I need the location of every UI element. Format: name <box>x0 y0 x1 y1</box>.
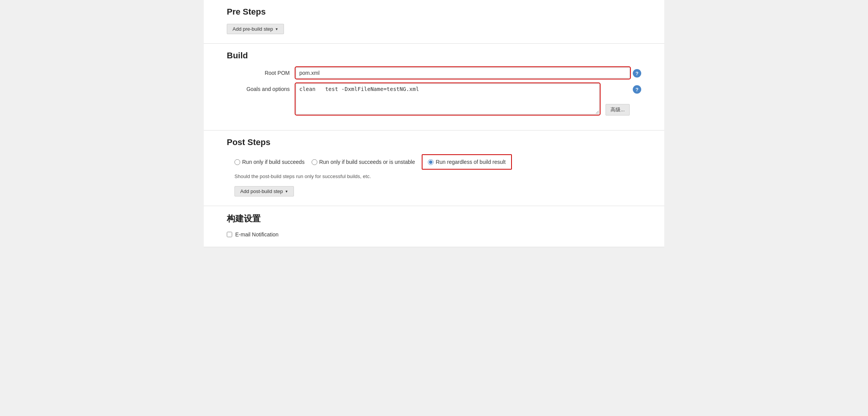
goals-help-icon[interactable]: ? <box>633 85 641 94</box>
post-steps-content: Run only if build succeeds Run only if b… <box>227 154 641 196</box>
post-steps-section: Post Steps Run only if build succeeds Ru… <box>204 130 664 206</box>
root-pom-row: Root POM ? <box>227 68 641 78</box>
build-settings-section: 构建设置 E-mail Notification <box>204 206 664 247</box>
goals-input-wrap: clean test -DxmlFileName=testNG.xml 高级..… <box>296 84 641 116</box>
add-pre-build-step-button[interactable]: Add pre-build step <box>227 24 284 34</box>
root-pom-input[interactable] <box>296 68 630 78</box>
post-steps-title: Post Steps <box>227 137 641 147</box>
build-section: Build Root POM ? Goals and options clean… <box>204 44 664 130</box>
build-settings-title: 构建设置 <box>227 213 641 225</box>
radio-label-3[interactable]: Run regardless of build result <box>428 159 505 165</box>
goals-label: Goals and options <box>227 84 296 92</box>
radio-text-2: Run only if build succeeds or is unstabl… <box>319 159 415 165</box>
radio-label-2[interactable]: Run only if build succeeds or is unstabl… <box>312 159 415 165</box>
email-notification-text: E-mail Notification <box>235 231 279 238</box>
radio-text-3: Run regardless of build result <box>436 159 505 165</box>
advanced-button[interactable]: 高级... <box>606 104 630 116</box>
radio-group: Run only if build succeeds Run only if b… <box>234 154 641 170</box>
add-post-build-step-label: Add post-build step <box>240 188 283 194</box>
root-pom-label: Root POM <box>227 68 296 76</box>
radio-text-1: Run only if build succeeds <box>242 159 305 165</box>
goals-row: Goals and options clean test -DxmlFileNa… <box>227 84 641 116</box>
add-post-build-step-button[interactable]: Add post-build step <box>234 186 294 196</box>
root-pom-input-wrap: ? <box>296 68 641 78</box>
root-pom-help-icon[interactable]: ? <box>633 69 641 78</box>
goals-textarea-container: clean test -DxmlFileName=testNG.xml <box>296 84 599 116</box>
build-title: Build <box>227 51 641 61</box>
goals-input[interactable]: clean test -DxmlFileName=testNG.xml <box>296 84 599 114</box>
email-notification-label[interactable]: E-mail Notification <box>227 231 641 238</box>
radio-label-1[interactable]: Run only if build succeeds <box>234 159 305 165</box>
post-steps-hint: Should the post-build steps run only for… <box>234 173 641 179</box>
radio-input-1[interactable] <box>234 159 240 165</box>
add-pre-build-step-label: Add pre-build step <box>233 26 273 32</box>
goals-textarea-wrap: clean test -DxmlFileName=testNG.xml 高级..… <box>296 84 630 116</box>
pre-steps-section: Pre Steps Add pre-build step <box>204 0 664 44</box>
email-notification-checkbox[interactable] <box>227 232 232 237</box>
radio-input-3[interactable] <box>428 159 434 165</box>
pre-steps-title: Pre Steps <box>227 7 641 17</box>
radio-3-highlight-box: Run regardless of build result <box>422 154 512 170</box>
add-post-step-wrap: Add post-build step <box>234 186 641 196</box>
radio-input-2[interactable] <box>312 159 317 165</box>
